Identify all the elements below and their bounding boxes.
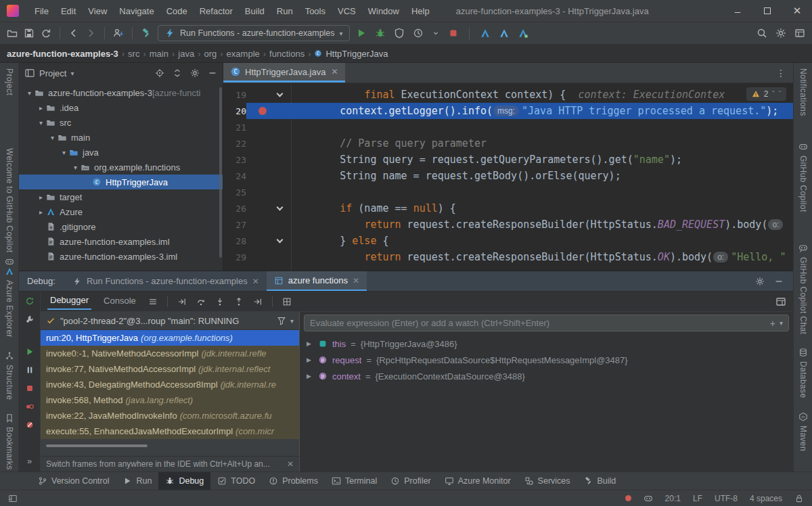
stripe-button-database[interactable]: Database bbox=[798, 348, 808, 398]
breadcrumb-item-functions[interactable]: functions bbox=[269, 49, 304, 59]
stripe-button-bookmarks[interactable]: Bookmarks bbox=[5, 413, 14, 470]
breadcrumb-item-main[interactable]: main bbox=[150, 49, 168, 59]
stripe-button-github-copilot[interactable]: GitHub Copilot bbox=[798, 142, 808, 212]
more-chevrons[interactable]: » bbox=[27, 456, 32, 466]
menu-view[interactable]: View bbox=[82, 0, 113, 22]
settings-gear-icon[interactable] bbox=[775, 28, 786, 39]
run-play-icon[interactable] bbox=[356, 28, 367, 39]
chevron-down-icon[interactable]: ▾ bbox=[47, 134, 58, 141]
settings-gear-icon[interactable] bbox=[755, 277, 765, 286]
filter-funnel-icon[interactable] bbox=[277, 316, 286, 325]
stripe-button-welcome-github-copilot[interactable]: Welcome to GitHub Copilot bbox=[5, 148, 14, 267]
menu-build[interactable]: Build bbox=[239, 0, 271, 22]
toolwindow-button-version-control[interactable]: Version Control bbox=[31, 472, 116, 490]
close-hint-icon[interactable]: ✕ bbox=[281, 459, 294, 469]
tab-httptriggerjava[interactable]: C HttpTriggerJava.java ✕ bbox=[223, 63, 345, 83]
menu-file[interactable]: File bbox=[28, 0, 55, 22]
stripe-button-structure[interactable]: Structure bbox=[5, 351, 14, 400]
menu-run[interactable]: Run bbox=[271, 0, 299, 22]
forward-arrow-icon[interactable] bbox=[85, 28, 96, 39]
build-hammer-icon[interactable] bbox=[141, 28, 152, 39]
frame-row[interactable]: invoke:43, DelegatingMethodAccessor8Impl… bbox=[41, 377, 299, 392]
stop-red-icon[interactable] bbox=[25, 384, 35, 393]
hide-minus-icon[interactable] bbox=[774, 277, 784, 286]
view-grid-icon[interactable] bbox=[282, 297, 292, 306]
menu-navigate[interactable]: Navigate bbox=[113, 0, 160, 22]
toolwindow-button-todo[interactable]: TODO bbox=[210, 472, 262, 490]
chevron-right-icon[interactable]: ▸ bbox=[36, 104, 46, 112]
mute-breakpoints-icon[interactable] bbox=[25, 420, 35, 430]
fold-chevron-icon[interactable] bbox=[277, 237, 284, 244]
menu-edit[interactable]: Edit bbox=[55, 0, 82, 22]
maximize-button[interactable] bbox=[752, 0, 782, 22]
frames-hscrollbar[interactable] bbox=[46, 444, 294, 448]
expand-chevron-icon[interactable]: ▶ bbox=[307, 340, 313, 347]
back-arrow-icon[interactable] bbox=[68, 28, 79, 39]
frame-row[interactable]: invoke:77, NativeMethodAccessorImpl(jdk.… bbox=[41, 361, 299, 377]
tree-item-src[interactable]: ▾src bbox=[19, 115, 223, 130]
frame-row[interactable]: invoke:22, JavaMethodInvokeInfo(com.micr… bbox=[41, 408, 299, 423]
collapse-all-icon[interactable] bbox=[173, 68, 182, 78]
chevron-right-icon[interactable]: ▸ bbox=[36, 208, 46, 216]
open-folder-icon[interactable] bbox=[7, 28, 18, 39]
tab-debugger[interactable]: Debugger bbox=[47, 294, 91, 310]
chevron-down-icon[interactable]: ▾ bbox=[59, 149, 69, 156]
azure-c-icon[interactable] bbox=[518, 28, 528, 39]
menu-code[interactable]: Code bbox=[160, 0, 194, 22]
tree-item-azure-function-examples-3-iml[interactable]: azure-function-examples-3.iml bbox=[19, 249, 223, 264]
menu-help[interactable]: Help bbox=[405, 0, 436, 22]
project-scrollbar[interactable] bbox=[219, 87, 222, 258]
layout-settings-icon[interactable] bbox=[775, 296, 786, 307]
fold-chevron-icon[interactable] bbox=[277, 91, 284, 97]
readonly-lock-icon[interactable] bbox=[794, 494, 804, 503]
debug-session-tab-2[interactable]: azure functions✕ bbox=[267, 271, 367, 291]
tree-item--gitignore[interactable]: .gitignore bbox=[19, 219, 223, 234]
toolwindow-button-build[interactable]: Build bbox=[577, 472, 623, 490]
tree-item-azure[interactable]: ▸Azure bbox=[19, 204, 223, 219]
wrench-icon[interactable] bbox=[25, 315, 35, 324]
stripe-button-azure-explorer[interactable]: Azure Explorer bbox=[5, 267, 14, 338]
breadcrumb-item-example[interactable]: example bbox=[227, 49, 260, 59]
chevron-down-icon[interactable]: ▾ bbox=[70, 70, 74, 77]
settings-gear-icon[interactable] bbox=[190, 68, 200, 78]
expand-chevron-icon[interactable]: ▶ bbox=[307, 356, 313, 363]
menu-window[interactable]: Window bbox=[362, 0, 405, 22]
stripe-button-project[interactable]: Project bbox=[5, 68, 14, 95]
chevron-down-icon[interactable]: ▾ bbox=[290, 317, 294, 325]
tree-item-java[interactable]: ▾java bbox=[19, 145, 223, 160]
toolwindow-button-services[interactable]: Services bbox=[518, 472, 577, 490]
frame-row[interactable]: execute:55, EnhancedJavaMethodExecutorIm… bbox=[41, 423, 299, 439]
toolwindow-button-profiler[interactable]: Profiler bbox=[384, 472, 438, 490]
step-into-icon[interactable] bbox=[215, 297, 225, 306]
tree-item--idea[interactable]: ▸.idea bbox=[19, 100, 223, 115]
stop-red-icon[interactable] bbox=[448, 28, 459, 39]
chev-small-icon[interactable] bbox=[432, 29, 440, 37]
frame-row[interactable]: run:20, HttpTriggerJava(org.example.func… bbox=[41, 330, 299, 346]
locate-target-icon[interactable] bbox=[155, 68, 164, 78]
thread-selector[interactable]: "pool-2-thread-2"@3...roup "main": RUNNI… bbox=[41, 312, 299, 330]
tree-item-main[interactable]: ▾main bbox=[19, 130, 223, 145]
chevron-down-icon[interactable]: ▾ bbox=[36, 119, 46, 127]
close-tab-icon[interactable]: ✕ bbox=[353, 276, 359, 285]
editor-options-kebab-icon[interactable]: ⋮ bbox=[769, 63, 793, 83]
variable-row[interactable]: ▶this = {HttpTriggerJava@3486} bbox=[300, 336, 793, 352]
tree-item-azure-function-examples-3[interactable]: ▾azure-function-examples-3 [azure-functi bbox=[19, 85, 223, 100]
breadcrumb-item-azure-function-examples-3[interactable]: azure-function-examples-3 bbox=[7, 49, 118, 59]
variable-row[interactable]: ▶pcontext = {ExecutionContextDataSource@… bbox=[300, 368, 793, 384]
close-tab-icon[interactable]: ✕ bbox=[331, 67, 338, 76]
chevron-down-icon[interactable]: ▾ bbox=[780, 319, 783, 327]
step-out-icon[interactable] bbox=[234, 297, 244, 306]
azure-b-icon[interactable] bbox=[499, 28, 510, 39]
copilot-status-icon[interactable] bbox=[644, 494, 653, 503]
frame-row[interactable]: invoke0:-1, NativeMethodAccessorImpl(jdk… bbox=[41, 346, 299, 361]
toolwindow-button-terminal[interactable]: Terminal bbox=[325, 472, 384, 490]
menu-tools[interactable]: Tools bbox=[299, 0, 332, 22]
fold-chevron-icon[interactable] bbox=[277, 204, 284, 211]
search-icon[interactable] bbox=[757, 28, 767, 39]
run-config-select[interactable]: Run Functions - azure-function-examples … bbox=[158, 25, 350, 41]
pause-icon[interactable] bbox=[25, 365, 35, 375]
breadcrumb-item-org[interactable]: org bbox=[204, 49, 217, 59]
indent-size[interactable]: 4 spaces bbox=[750, 494, 782, 503]
menu-burger-icon[interactable] bbox=[148, 297, 158, 306]
evaluate-expression-input[interactable] bbox=[310, 318, 766, 328]
